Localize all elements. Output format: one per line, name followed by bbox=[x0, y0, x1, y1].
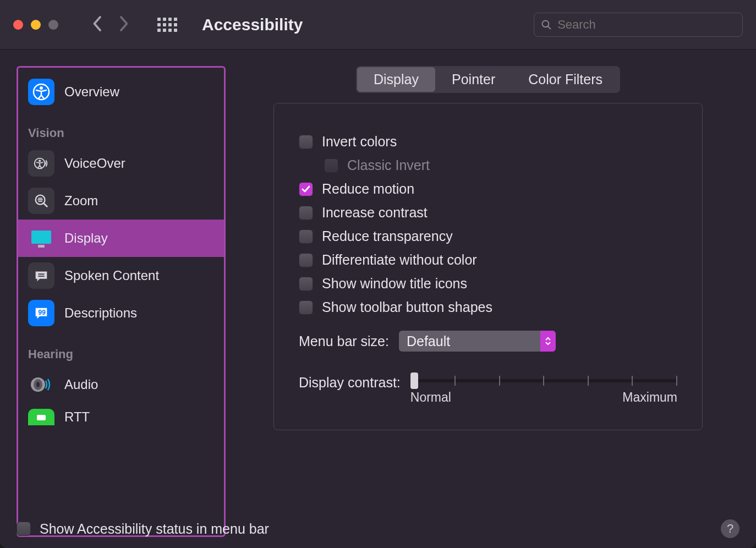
option-increase-contrast[interactable]: Increase contrast bbox=[299, 205, 677, 221]
menubar-size-label: Menu bar size: bbox=[299, 333, 389, 349]
sidebar-item-overview[interactable]: Overview bbox=[18, 73, 224, 111]
sidebar-label: Display bbox=[64, 231, 108, 246]
sidebar-section-vision: Vision bbox=[18, 111, 224, 145]
help-icon: ? bbox=[727, 522, 733, 536]
svg-point-18 bbox=[36, 382, 40, 387]
checkbox-toolbar-shapes[interactable] bbox=[299, 300, 313, 315]
option-label: Differentiate without color bbox=[322, 252, 477, 268]
option-window-title-icons[interactable]: Show window title icons bbox=[299, 276, 677, 292]
main-panel: Display Pointer Color Filters Invert col… bbox=[237, 66, 739, 537]
checkbox-reduce-motion[interactable] bbox=[299, 182, 313, 196]
spoken-content-icon bbox=[28, 262, 54, 289]
sidebar-item-rtt[interactable]: RTT bbox=[18, 403, 224, 425]
checkbox-title-icons[interactable] bbox=[299, 277, 313, 291]
option-differentiate-without-color[interactable]: Differentiate without color bbox=[299, 252, 677, 268]
sidebar-item-descriptions[interactable]: 99 Descriptions bbox=[18, 294, 224, 332]
forward-button[interactable] bbox=[119, 15, 130, 34]
footer: Show Accessibility status in menu bar ? bbox=[17, 519, 739, 538]
option-classic-invert: Classic Invert bbox=[324, 157, 677, 173]
option-invert-colors[interactable]: Invert colors bbox=[299, 134, 677, 150]
display-options-panel: Invert colors Classic Invert Reduce moti… bbox=[273, 103, 703, 430]
option-label: Classic Invert bbox=[347, 157, 430, 173]
checkbox-invert-colors[interactable] bbox=[299, 135, 313, 149]
option-label: Show window title icons bbox=[322, 276, 467, 292]
sidebar-item-audio[interactable]: Audio bbox=[18, 366, 224, 403]
sidebar-section-hearing: Hearing bbox=[18, 332, 224, 366]
back-button[interactable] bbox=[91, 15, 102, 34]
sidebar-label: VoiceOver bbox=[64, 156, 125, 171]
dropdown-value: Default bbox=[407, 333, 450, 349]
checkbox-increase-contrast[interactable] bbox=[299, 206, 313, 220]
tab-control: Display Pointer Color Filters bbox=[356, 66, 620, 93]
dropdown-arrows-icon bbox=[540, 331, 556, 352]
option-toolbar-button-shapes[interactable]: Show toolbar button shapes bbox=[299, 299, 677, 315]
tab-color-filters[interactable]: Color Filters bbox=[512, 67, 619, 92]
option-label: Reduce motion bbox=[322, 181, 414, 197]
sidebar-item-zoom[interactable]: Zoom bbox=[18, 182, 224, 220]
sidebar-label: Spoken Content bbox=[64, 268, 159, 283]
slider-min-label: Normal bbox=[410, 390, 451, 405]
search-field[interactable] bbox=[534, 13, 743, 37]
footer-label: Show Accessibility status in menu bar bbox=[40, 521, 269, 537]
sidebar-item-display[interactable]: Display bbox=[18, 220, 224, 257]
svg-rect-19 bbox=[37, 415, 46, 420]
sidebar-label: Zoom bbox=[64, 193, 98, 209]
slider-ticks bbox=[410, 376, 677, 386]
sidebar-label: Overview bbox=[64, 84, 119, 100]
checkbox-differentiate[interactable] bbox=[299, 253, 313, 267]
slider-thumb[interactable] bbox=[410, 372, 418, 389]
sidebar: Overview Vision VoiceOver Zoom Displa bbox=[17, 66, 226, 537]
svg-line-1 bbox=[548, 26, 551, 29]
svg-point-5 bbox=[39, 160, 41, 162]
menubar-size-dropdown[interactable]: Default bbox=[399, 331, 556, 352]
slider-max-label: Maximum bbox=[622, 390, 677, 405]
option-reduce-transparency[interactable]: Reduce transparency bbox=[299, 228, 677, 244]
voiceover-icon bbox=[28, 150, 54, 177]
sidebar-item-voiceover[interactable]: VoiceOver bbox=[18, 145, 224, 182]
menubar-size-row: Menu bar size: Default bbox=[299, 331, 677, 352]
help-button[interactable]: ? bbox=[721, 519, 739, 538]
tab-display[interactable]: Display bbox=[357, 67, 435, 92]
checkbox-classic-invert bbox=[324, 158, 338, 173]
accessibility-icon bbox=[28, 79, 54, 105]
nav-buttons bbox=[91, 15, 130, 34]
zoom-icon bbox=[28, 188, 54, 214]
window-title: Accessibility bbox=[202, 15, 534, 34]
display-icon bbox=[28, 225, 54, 251]
option-label: Show toolbar button shapes bbox=[322, 299, 492, 315]
close-window-button[interactable] bbox=[13, 20, 23, 30]
search-icon bbox=[541, 19, 552, 31]
descriptions-icon: 99 bbox=[28, 300, 54, 326]
traffic-lights bbox=[13, 20, 58, 30]
option-label: Invert colors bbox=[322, 134, 397, 150]
svg-point-3 bbox=[40, 86, 43, 90]
display-contrast-row: Display contrast: Normal Maximum bbox=[299, 374, 677, 405]
svg-text:99: 99 bbox=[38, 309, 46, 316]
sidebar-label: RTT bbox=[64, 409, 90, 425]
display-contrast-slider[interactable] bbox=[410, 379, 677, 382]
rtt-icon bbox=[28, 409, 54, 425]
svg-rect-11 bbox=[31, 231, 51, 244]
tab-pointer[interactable]: Pointer bbox=[435, 67, 512, 92]
audio-icon bbox=[28, 371, 54, 398]
titlebar: Accessibility bbox=[0, 0, 756, 50]
minimize-window-button[interactable] bbox=[31, 20, 41, 30]
sidebar-item-spoken-content[interactable]: Spoken Content bbox=[18, 257, 224, 294]
search-input[interactable] bbox=[557, 18, 736, 32]
checkbox-reduce-transparency[interactable] bbox=[299, 229, 313, 244]
content: Overview Vision VoiceOver Zoom Displa bbox=[0, 50, 756, 548]
sidebar-label: Audio bbox=[64, 377, 98, 392]
option-label: Increase contrast bbox=[322, 205, 428, 221]
sidebar-label: Descriptions bbox=[64, 305, 137, 321]
option-reduce-motion[interactable]: Reduce motion bbox=[299, 181, 677, 197]
zoom-window-button[interactable] bbox=[48, 20, 58, 30]
option-label: Reduce transparency bbox=[322, 228, 453, 244]
display-contrast-slider-wrap: Normal Maximum bbox=[410, 374, 677, 405]
accessibility-window: Accessibility Overview Vision VoiceOver bbox=[0, 0, 756, 548]
svg-rect-12 bbox=[38, 245, 45, 248]
svg-line-7 bbox=[44, 204, 47, 207]
checkbox-show-status-menu-bar[interactable] bbox=[17, 522, 31, 536]
slider-labels: Normal Maximum bbox=[410, 390, 677, 405]
show-all-preferences-button[interactable] bbox=[157, 18, 177, 32]
display-contrast-label: Display contrast: bbox=[299, 375, 401, 391]
